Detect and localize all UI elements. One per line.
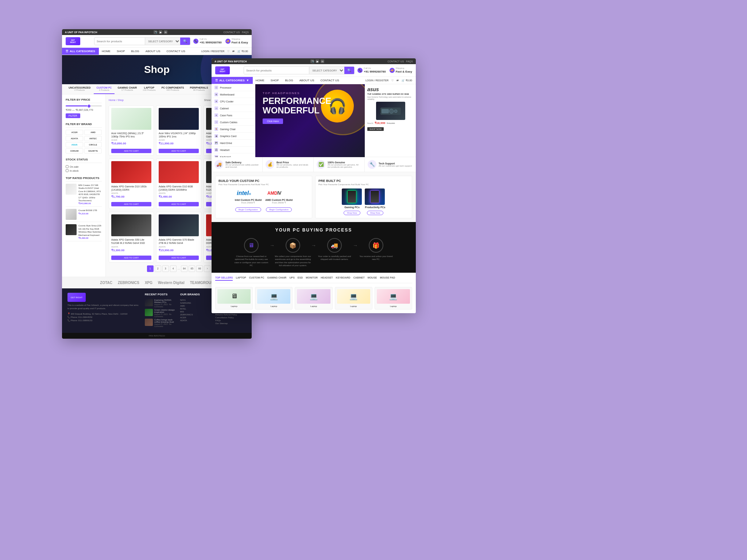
footer-brand-zebronics[interactable]: ZEBRONICS bbox=[180, 314, 211, 316]
home-category-select[interactable]: SELECT CATEGORY bbox=[309, 67, 344, 74]
cat-graphics-card[interactable]: ▦ Graphics Card bbox=[212, 133, 255, 140]
tab-monitor[interactable]: MONITOR bbox=[306, 276, 318, 281]
tab-mouse[interactable]: MOUSE bbox=[368, 276, 377, 281]
tab-custom-pc[interactable]: CUSTOM PC bbox=[249, 276, 264, 281]
brand-adata[interactable]: ADATA bbox=[66, 136, 83, 141]
site-logo[interactable]: GETRIGHT bbox=[66, 37, 80, 45]
home-contact-link[interactable]: CONTACT US bbox=[387, 60, 404, 63]
footer-brand-samsung[interactable]: SAMSUNG bbox=[180, 302, 211, 304]
cat-cabinet[interactable]: ▭ Cabinet bbox=[212, 105, 255, 112]
brand-asus[interactable]: ASUS bbox=[66, 142, 83, 147]
instagram-icon[interactable]: 📷 bbox=[154, 30, 157, 34]
page-65[interactable]: 65 bbox=[189, 265, 195, 272]
filter-button[interactable]: FILTER bbox=[66, 113, 80, 118]
brand-gigabyte[interactable]: GIGABYTE bbox=[84, 148, 102, 153]
nav-about[interactable]: ABOUT US bbox=[143, 48, 163, 55]
faqs-link[interactable]: FAQS bbox=[242, 31, 249, 34]
tab-mousepad[interactable]: MOUSE PAD bbox=[380, 276, 395, 281]
cat-cpu-cooler[interactable]: ❄ CPU Cooler bbox=[212, 98, 255, 105]
home-social-links[interactable]: 📷 ▶ in bbox=[310, 59, 324, 63]
productivity-shop-btn[interactable]: Shop Now bbox=[367, 211, 384, 215]
in-stock-checkbox[interactable]: In-stock bbox=[66, 169, 102, 172]
footer-brand-adata[interactable]: ADATA bbox=[180, 319, 211, 322]
link-sitemap[interactable]: Our Sitemap bbox=[215, 322, 246, 324]
footer-brand-nzxt[interactable]: NZX1 bbox=[180, 299, 211, 301]
add-to-cart-7[interactable]: ADD TO CART bbox=[159, 256, 199, 260]
intel-option[interactable]: intel® Intel Custom PC Build From 25000 … bbox=[235, 188, 262, 212]
amd-option[interactable]: AMDⅣ AMD Custom PC Build From 25000 ₹ Be… bbox=[265, 188, 293, 212]
link-cancellation[interactable]: Cancellation Policy bbox=[215, 316, 246, 319]
page-3[interactable]: 3 bbox=[162, 265, 169, 272]
nav-home[interactable]: HOME bbox=[99, 48, 113, 55]
cat-tab-peripherals[interactable]: PERIPHERALS 99 Products bbox=[187, 84, 211, 94]
home-faqs-link[interactable]: FAQS bbox=[406, 60, 413, 63]
home-nav-blog[interactable]: BLOG bbox=[282, 77, 296, 84]
home-login-register[interactable]: LOGIN / REGISTER bbox=[365, 79, 388, 82]
nav-shop[interactable]: SHOP bbox=[114, 48, 128, 55]
cat-tab-uncategorized[interactable]: UNCATEGORIZED 2 Products bbox=[66, 84, 94, 94]
product-7[interactable]: Adata XPG Gammix S70 Blade 2TB M.2 NVMe … bbox=[156, 212, 201, 262]
home-linkedin-icon[interactable]: in bbox=[321, 59, 324, 63]
tab-headset[interactable]: HEADSET bbox=[321, 276, 333, 281]
post-0[interactable]: Exploring NVIDIA Modern PCs August 27, 2… bbox=[145, 299, 176, 308]
cat-processor[interactable]: ⬡ Processor bbox=[212, 84, 255, 91]
cart-icon[interactable]: 🛒 ₹0.00 bbox=[237, 50, 248, 53]
product-0[interactable]: Acer HA220Q (White) | 21.5" 1080p 75Hz I… bbox=[109, 105, 154, 156]
price-range-slider[interactable] bbox=[66, 105, 102, 106]
product-1[interactable]: Acer Nitro VG240YS | 24" 1080p 165Hz IPS… bbox=[156, 105, 201, 156]
rated-item-0[interactable]: MSI Creator Z17 M6 Studio A13VGT (Intel … bbox=[66, 184, 102, 207]
footer-brand-msi[interactable]: MSI bbox=[180, 311, 211, 313]
home-compare-icon[interactable]: ⇄ bbox=[396, 79, 399, 82]
nav-blog[interactable]: BLOG bbox=[128, 48, 142, 55]
home-search-bar[interactable]: SELECT CATEGORY 🔍 bbox=[244, 66, 355, 74]
cat-motherboard[interactable]: ⊞ Motherboard bbox=[212, 91, 255, 98]
page-2[interactable]: 2 bbox=[155, 265, 161, 272]
cat-case-fans[interactable]: ⊚ Case Fans bbox=[212, 112, 255, 119]
seller-product-3[interactable]: 💻 Laptop bbox=[295, 287, 332, 310]
cat-hard-drive[interactable]: 💾 Hard Drive bbox=[212, 140, 255, 147]
page-4[interactable]: 4 bbox=[170, 265, 177, 272]
home-nav-home[interactable]: HOME bbox=[253, 77, 267, 84]
gaming-pc-item[interactable]: Gaming PCs Shop Now bbox=[342, 188, 362, 215]
post-1[interactable]: Green interior design inspiration August… bbox=[145, 309, 176, 318]
home-search-input[interactable] bbox=[244, 67, 309, 74]
search-bar[interactable]: SELECT CATEGORY 🔍 bbox=[94, 37, 190, 45]
intel-config-btn[interactable]: Begin Configuration bbox=[235, 207, 261, 212]
brand-corsair[interactable]: CORSAIR bbox=[66, 148, 83, 153]
product-3[interactable]: Adata XPG Gammix D10 16Gb (1X16Gt) DDR4 … bbox=[109, 159, 154, 209]
brand-circle[interactable]: CIRCLE bbox=[84, 142, 102, 147]
cat-gaming-chair[interactable]: 🪑 Gaming Chair bbox=[212, 126, 255, 133]
tab-ups[interactable]: UPS bbox=[289, 276, 294, 281]
social-links[interactable]: 📷 ▶ in bbox=[154, 30, 167, 34]
home-instagram-icon[interactable]: 📷 bbox=[310, 59, 314, 63]
brand-amd[interactable]: AMD bbox=[84, 130, 102, 135]
linkedin-icon[interactable]: in bbox=[164, 30, 167, 34]
login-register-link[interactable]: LOGIN / REGISTER bbox=[201, 50, 224, 52]
tab-gaming-chair[interactable]: GAMING CHAIR bbox=[267, 276, 287, 281]
nav-contact[interactable]: CONTACT US bbox=[164, 48, 188, 55]
cat-tab-laptop[interactable]: LAPTOP 133 Products bbox=[140, 84, 158, 94]
wishlist-icon[interactable]: ♡ bbox=[227, 50, 229, 53]
home-nav-about[interactable]: ABOUT US bbox=[297, 77, 317, 84]
seller-product-2[interactable]: 💻 Laptop bbox=[255, 287, 293, 310]
search-input[interactable] bbox=[94, 38, 145, 45]
home-wishlist-icon[interactable]: ♡ bbox=[391, 79, 394, 82]
cat-tab-gaming-chair[interactable]: GAMING CHAIR 17 Products bbox=[115, 84, 140, 94]
home-search-button[interactable]: 🔍 bbox=[344, 67, 354, 74]
home-site-logo[interactable]: GETRIGHT bbox=[215, 66, 230, 74]
productivity-pc-item[interactable]: Productivity PCs Shop Now bbox=[365, 188, 385, 215]
cat-tab-pc-components[interactable]: PC COMPONENTS 440 Products bbox=[159, 84, 187, 94]
tab-keyboard[interactable]: KEYBOARD bbox=[336, 276, 351, 281]
tab-laptop[interactable]: LAPTOP bbox=[236, 276, 246, 281]
home-nav-contact[interactable]: CONTACT US bbox=[318, 77, 342, 84]
gaming-shop-btn[interactable]: Shop Now bbox=[344, 211, 360, 215]
hero-cta-btn[interactable]: Click Here bbox=[263, 118, 283, 124]
rated-item-2[interactable]: Cosmic Byte Sirius [CB-GK-16] Per Key RG… bbox=[66, 224, 102, 241]
brand-antec[interactable]: ANTEC bbox=[84, 136, 102, 141]
home-cart[interactable]: 🛒 ₹0.00 bbox=[402, 79, 412, 82]
contact-us-link[interactable]: CONTACT US bbox=[223, 31, 240, 34]
tab-top-sellers[interactable]: TOP SELLERS bbox=[215, 276, 233, 281]
category-select[interactable]: SELECT CATEGORY bbox=[145, 38, 180, 45]
add-to-cart-0[interactable]: ADD TO CART bbox=[111, 149, 151, 153]
product-6[interactable]: Adata XPG Gammix S50 Lite 512GB M.2 NVMe… bbox=[109, 212, 154, 262]
